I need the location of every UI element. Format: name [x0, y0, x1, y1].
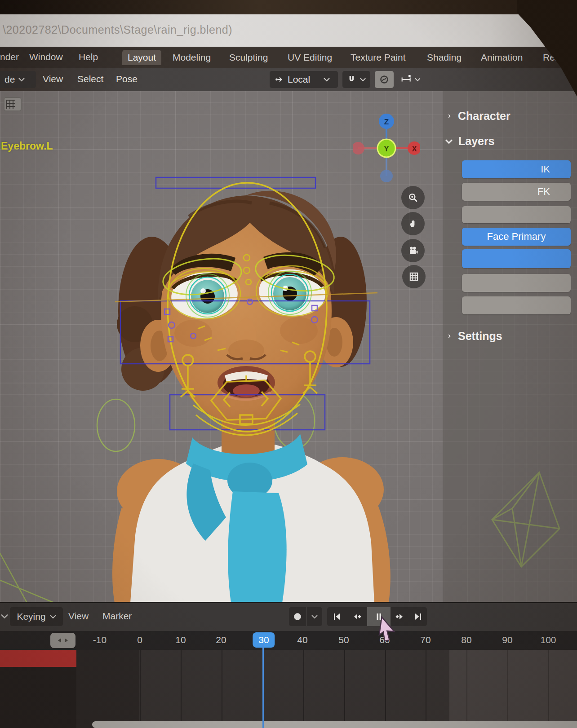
pre-range-shading [76, 650, 139, 728]
jump-to-end-button[interactable] [409, 607, 427, 626]
frame-tick: 90 [502, 635, 512, 645]
window-title: \20202782\Documents\Stage\rain_rig.blend… [3, 23, 232, 36]
tab-layout[interactable]: Layout [122, 50, 161, 65]
frame-tick: 100 [540, 635, 556, 645]
bone-selection-boxes [120, 177, 370, 430]
svg-text:Z: Z [384, 118, 389, 126]
channel-region [0, 650, 76, 728]
gizmo-x-negative[interactable] [353, 142, 364, 154]
mode-dropdown[interactable]: de [0, 71, 36, 88]
menu-help[interactable]: Help [79, 52, 98, 62]
frame-tick: 20 [216, 635, 226, 645]
tab-texture-paint[interactable]: Texture Paint [345, 50, 411, 65]
gizmo-z-negative[interactable] [380, 170, 393, 182]
magnet-icon [347, 75, 356, 84]
mouse-cursor [377, 616, 400, 641]
grid-view-button[interactable] [402, 265, 426, 288]
menu-render[interactable]: nder [0, 52, 19, 62]
layer-button-ik[interactable]: IK [462, 160, 571, 178]
chevron-down-icon [324, 78, 330, 82]
transform-orientation-dropdown[interactable]: Local [270, 71, 338, 88]
svg-text:Y: Y [384, 145, 389, 153]
orientation-icon [274, 75, 284, 84]
scroll-arrows-icon [57, 637, 69, 644]
jump-start-icon [331, 611, 342, 622]
viewport-3d[interactable]: Eyebrow.L Z X Y [0, 91, 577, 603]
tab-animation[interactable]: Animation [475, 50, 528, 65]
prev-keyframe-button[interactable] [346, 607, 367, 626]
menu-pose[interactable]: Pose [116, 74, 138, 84]
playhead-line[interactable] [262, 644, 264, 728]
section-layers[interactable]: Layers [445, 135, 495, 148]
camera-view-button[interactable] [401, 239, 425, 262]
frame-tick: 0 [137, 635, 142, 645]
section-character[interactable]: Character [446, 110, 510, 123]
timeline-menu-view[interactable]: View [68, 611, 89, 622]
keying-set-dropdown[interactable] [307, 607, 322, 626]
prev-keyframe-icon [351, 611, 362, 622]
blender-window: \20202782\Documents\Stage\rain_rig.blend… [0, 0, 577, 728]
snapping-button[interactable] [342, 71, 370, 88]
tab-modeling[interactable]: Modeling [167, 50, 216, 65]
frame-tick: -10 [93, 635, 107, 645]
hand-icon [407, 217, 419, 230]
layer-button-6[interactable] [462, 274, 571, 292]
frame-tick: 70 [420, 635, 431, 645]
camera-icon [407, 244, 419, 257]
chevron-down-icon [50, 615, 56, 619]
layer-button-fk[interactable]: FK [462, 183, 571, 201]
chevron-down-icon [18, 78, 25, 82]
jump-end-icon [413, 611, 424, 622]
photo-top-bezel [0, 0, 577, 14]
jump-to-start-button[interactable] [327, 607, 346, 626]
viewport-header: de View Select Pose Local [0, 68, 577, 91]
horizontal-scrollbar[interactable] [92, 721, 577, 728]
chevron-right-icon [446, 334, 453, 338]
frame-tick: 40 [297, 635, 307, 645]
auto-keying-button[interactable] [289, 607, 306, 626]
tab-sculpting[interactable]: Sculpting [224, 50, 273, 65]
timeline-red-strip [0, 650, 76, 667]
magnifier-icon [407, 191, 419, 204]
layer-button-face-secondary[interactable] [462, 249, 571, 268]
editor-type-button[interactable] [4, 97, 22, 111]
chevron-down-icon [445, 138, 453, 145]
timeline-ruler[interactable]: -10 0 10 20 30 40 50 60 70 80 90 100 [0, 631, 577, 650]
grid-icon [408, 270, 420, 283]
timeline-dopesheet[interactable] [0, 650, 577, 728]
timeline-menu-marker[interactable]: Marker [102, 611, 132, 622]
proportional-editing-button[interactable] [375, 71, 394, 88]
tab-shading[interactable]: Shading [422, 50, 467, 65]
window-title-bar: \20202782\Documents\Stage\rain_rig.blend… [0, 14, 577, 47]
ruler-scroll-handle[interactable] [50, 633, 75, 648]
chevron-down-icon [360, 78, 366, 82]
proportional-falloff-dropdown[interactable] [396, 71, 425, 88]
layer-button-3[interactable] [462, 206, 571, 223]
layer-button-face-primary[interactable]: Face Primary [462, 228, 571, 246]
zoom-button[interactable] [401, 186, 425, 209]
section-settings[interactable]: Settings [446, 330, 502, 343]
top-menu-bar: nder Window Help Layout Modeling Sculpti… [0, 47, 577, 68]
chevron-down-icon [415, 78, 421, 82]
keying-dropdown[interactable]: Keying [10, 607, 63, 626]
pan-button[interactable] [401, 212, 425, 235]
falloff-icon [401, 74, 411, 85]
photo-light-reflection [449, 650, 577, 728]
active-bone-label: Eyebrow.L [1, 140, 53, 152]
chevron-right-icon [446, 114, 453, 118]
menu-window[interactable]: Window [29, 52, 63, 62]
record-icon [293, 612, 302, 622]
tab-uv-editing[interactable]: UV Editing [282, 50, 337, 65]
frame-tick: 50 [338, 635, 349, 645]
layer-button-7[interactable] [462, 296, 571, 314]
navigation-gizmo[interactable]: Z X Y [353, 110, 420, 182]
timeline-editor-dropdown[interactable] [1, 614, 8, 619]
current-frame-indicator[interactable]: 30 [253, 632, 275, 648]
chevron-down-icon [311, 615, 318, 619]
frame-tick: 10 [175, 635, 186, 645]
timeline-header: Keying View Marker [0, 603, 577, 631]
menu-select[interactable]: Select [77, 74, 103, 84]
svg-text:X: X [412, 145, 417, 153]
proportional-edit-icon [379, 74, 390, 85]
menu-view[interactable]: View [43, 74, 63, 84]
